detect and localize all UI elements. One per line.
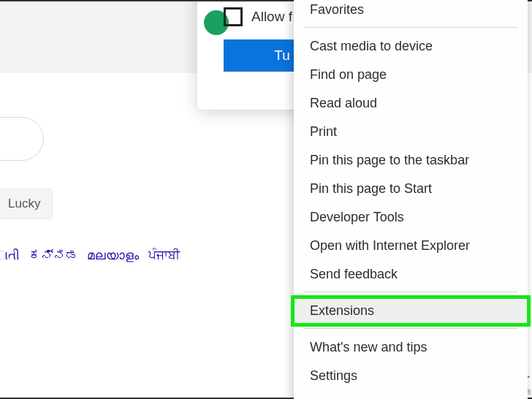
menu-item-label: Cast media to device bbox=[310, 39, 433, 53]
menu-item-label: Send feedback bbox=[310, 267, 398, 281]
menu-item-developer-tools[interactable]: Developer Tools bbox=[294, 203, 528, 232]
menu-separator bbox=[304, 27, 517, 28]
menu-item-label: Settings bbox=[310, 368, 357, 383]
menu-item-label: Find on page bbox=[310, 67, 387, 82]
menu-item-cast-media-to-device[interactable]: Cast media to device bbox=[294, 32, 528, 61]
menu-item-what-s-new-and-tips[interactable]: What's new and tips bbox=[294, 333, 528, 362]
lucky-button-label: Lucky bbox=[8, 197, 40, 210]
language-link[interactable]: മലയാളം bbox=[87, 248, 139, 262]
menu-item-label: Extensions bbox=[310, 303, 374, 318]
menu-item-print[interactable]: Print bbox=[294, 118, 528, 146]
menu-item-find-on-page[interactable]: Find on page bbox=[294, 61, 528, 89]
search-input[interactable] bbox=[0, 117, 44, 161]
menu-item-open-with-internet-explorer[interactable]: Open with Internet Explorer bbox=[294, 232, 528, 260]
browser-settings-menu: FavoritesCast media to deviceFind on pag… bbox=[294, 0, 528, 399]
menu-item-label: Developer Tools bbox=[310, 210, 404, 224]
menu-item-label: Print bbox=[310, 124, 337, 139]
allow-checkbox[interactable] bbox=[224, 7, 243, 26]
menu-item-settings[interactable]: Settings bbox=[294, 362, 528, 390]
allow-row: Allow f bbox=[224, 7, 292, 26]
language-links-row: ાતી ಕನ್ನಡ മലയാളം ਪੰਜਾਬੀ bbox=[0, 248, 183, 263]
menu-separator bbox=[304, 292, 517, 292]
menu-item-label: Favorites bbox=[310, 2, 364, 17]
menu-item-favorites[interactable]: Favorites bbox=[294, 0, 528, 24]
menu-item-pin-this-page-to-start[interactable]: Pin this page to Start bbox=[294, 175, 528, 203]
menu-item-label: Pin this page to the taskbar bbox=[310, 153, 469, 167]
language-link[interactable]: ਪੰਜਾਬੀ bbox=[148, 248, 180, 262]
menu-item-label: Pin this page to Start bbox=[310, 181, 432, 196]
menu-item-extensions[interactable]: Extensions bbox=[294, 297, 528, 325]
menu-item-label: What's new and tips bbox=[310, 340, 428, 354]
menu-item-label: Open with Internet Explorer bbox=[310, 238, 470, 253]
turn-on-label: Tu bbox=[274, 48, 289, 64]
language-link[interactable]: ાતી bbox=[0, 248, 20, 262]
im-feeling-lucky-button[interactable]: Lucky bbox=[0, 189, 53, 219]
menu-item-label: Read aloud bbox=[310, 96, 377, 110]
menu-item-pin-this-page-to-the-taskbar[interactable]: Pin this page to the taskbar bbox=[294, 146, 528, 175]
menu-separator bbox=[304, 328, 517, 329]
allow-label: Allow f bbox=[251, 9, 292, 25]
language-link[interactable]: ಕನ್ನಡ bbox=[29, 248, 78, 262]
menu-item-send-feedback[interactable]: Send feedback bbox=[294, 260, 528, 289]
menu-item-read-aloud[interactable]: Read aloud bbox=[294, 89, 528, 118]
